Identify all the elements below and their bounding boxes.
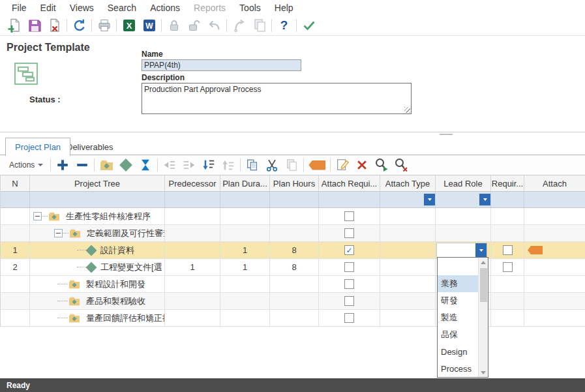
scrollbar-thumb[interactable] [480, 268, 487, 302]
word-export-button[interactable]: W [139, 17, 159, 35]
plan-hours-cell[interactable] [270, 276, 319, 292]
table-row[interactable]: 量產回饋評估和矯正措 [1, 310, 585, 327]
attach-type-cell[interactable] [380, 293, 436, 309]
project-tree-cell[interactable]: 量產回饋評估和矯正措 [30, 310, 165, 326]
attach-type-cell[interactable] [380, 208, 436, 224]
move-down-button[interactable] [199, 157, 218, 173]
attach-cell[interactable] [524, 208, 585, 224]
description-textarea[interactable] [142, 83, 412, 114]
plan-duration-cell[interactable] [220, 276, 270, 292]
attach-type-cell[interactable] [380, 242, 436, 258]
find-next-button[interactable] [372, 157, 391, 173]
actions-dropdown-button[interactable]: Actions [4, 157, 48, 173]
column-header-attach[interactable]: Attach [524, 175, 585, 191]
dropdown-item[interactable]: 研發 [438, 292, 478, 309]
delete-document-button[interactable] [44, 17, 65, 35]
copy-button[interactable] [243, 157, 262, 173]
approve-button[interactable] [299, 17, 319, 35]
edit-button[interactable] [333, 157, 352, 173]
scroll-down-icon[interactable] [479, 368, 488, 377]
filter-cell[interactable] [30, 192, 165, 207]
attach-cell[interactable] [524, 225, 585, 241]
predecessor-cell[interactable] [165, 208, 220, 224]
textarea-resize-grip-icon[interactable] [404, 107, 410, 113]
plan-hours-cell[interactable] [270, 225, 319, 241]
excel-export-button[interactable]: X [119, 17, 139, 35]
column-header-plan-duration[interactable]: Plan Dura... [220, 175, 270, 191]
menu-actions[interactable]: Actions [143, 1, 187, 15]
attach-required-checkbox[interactable] [344, 296, 354, 306]
column-header-attach-type[interactable]: Attach Type [380, 175, 436, 191]
attach-type-cell[interactable] [380, 259, 436, 275]
dropdown-item[interactable]: Process [438, 360, 478, 377]
attach-required-checkbox[interactable] [344, 245, 354, 255]
predecessor-cell[interactable] [165, 310, 220, 326]
collapse-toggle-icon[interactable] [33, 212, 42, 220]
plan-hours-cell[interactable] [270, 208, 319, 224]
lead-role-cell[interactable] [436, 242, 491, 258]
lead-role-cell[interactable] [436, 225, 491, 241]
attach-type-cell[interactable] [380, 225, 436, 241]
attach-required-checkbox[interactable] [344, 279, 354, 289]
column-header-required[interactable]: Requir... [491, 175, 524, 191]
remove-row-button[interactable] [72, 157, 92, 173]
column-header-n[interactable]: N [1, 175, 30, 191]
milestone-button[interactable] [136, 157, 155, 173]
filter-cell[interactable] [319, 192, 380, 207]
project-tree-cell[interactable]: 生產性零組件核准程序 [30, 208, 165, 224]
predecessor-cell[interactable]: 1 [165, 259, 220, 275]
dropdown-item-blank[interactable] [438, 258, 478, 275]
attach-cell[interactable] [524, 310, 585, 326]
plan-duration-cell[interactable] [220, 293, 270, 309]
table-row[interactable]: 產品和製程驗收 [1, 293, 585, 310]
cut-button[interactable] [262, 157, 282, 173]
dropdown-scrollbar[interactable] [478, 258, 488, 377]
filter-cell[interactable] [1, 192, 30, 207]
attach-required-checkbox[interactable] [344, 313, 354, 323]
add-row-button[interactable] [53, 157, 72, 173]
name-input[interactable] [142, 59, 301, 71]
plan-hours-cell[interactable] [270, 310, 319, 326]
menu-help[interactable]: Help [268, 1, 301, 15]
add-folder-button[interactable] [97, 157, 116, 173]
scroll-up-icon[interactable] [479, 258, 488, 267]
filter-cell[interactable] [220, 192, 270, 207]
menu-views[interactable]: Views [63, 1, 101, 15]
required-checkbox[interactable] [503, 245, 513, 255]
attach-cell[interactable] [524, 242, 585, 258]
column-header-project-tree[interactable]: Project Tree [30, 175, 165, 191]
required-checkbox[interactable] [503, 262, 513, 272]
table-row[interactable]: 生產性零組件核准程序 [1, 208, 585, 225]
tag-button[interactable] [306, 157, 328, 173]
save-button[interactable] [24, 17, 44, 35]
column-header-predecessor[interactable]: Predecessor [165, 175, 220, 191]
dropdown-item[interactable]: 品保 [438, 326, 478, 343]
table-row[interactable]: 2 工程變更文件[選 1 1 8 [1, 259, 585, 276]
column-header-plan-hours[interactable]: Plan Hours [270, 175, 319, 191]
project-tree-cell[interactable]: 製程設計和開發 [30, 276, 165, 292]
tab-project-plan[interactable]: Project Plan [5, 138, 70, 156]
table-row[interactable]: 製程設計和開發 [1, 276, 585, 293]
table-row[interactable]: 定義範圍及可行性審查 [1, 225, 585, 242]
print-button[interactable] [94, 17, 114, 35]
table-row-selected[interactable]: 1 設計資料 1 8 [1, 242, 585, 259]
dropdown-item[interactable]: 製造 [438, 309, 478, 326]
predecessor-cell[interactable] [165, 276, 220, 292]
lead-role-cell[interactable] [436, 208, 491, 224]
plan-hours-cell[interactable]: 8 [270, 259, 319, 275]
attach-cell[interactable] [524, 259, 585, 275]
predecessor-cell[interactable] [165, 242, 220, 258]
lead-role-filter-dropdown-button[interactable] [479, 194, 490, 205]
lead-role-combobox[interactable] [436, 243, 487, 258]
menu-search[interactable]: Search [101, 1, 143, 15]
project-tree-cell[interactable]: 工程變更文件[選 [30, 259, 165, 275]
column-header-attach-required[interactable]: Attach Requi... [319, 175, 380, 191]
find-clear-button[interactable] [391, 157, 411, 173]
lead-role-combobox-button[interactable] [475, 243, 487, 257]
filter-cell[interactable] [270, 192, 319, 207]
attach-type-cell[interactable] [380, 310, 436, 326]
column-header-lead-role[interactable]: Lead Role [436, 175, 491, 191]
attach-required-checkbox[interactable] [344, 262, 354, 272]
plan-hours-cell[interactable]: 8 [270, 242, 319, 258]
plan-duration-cell[interactable] [220, 225, 270, 241]
